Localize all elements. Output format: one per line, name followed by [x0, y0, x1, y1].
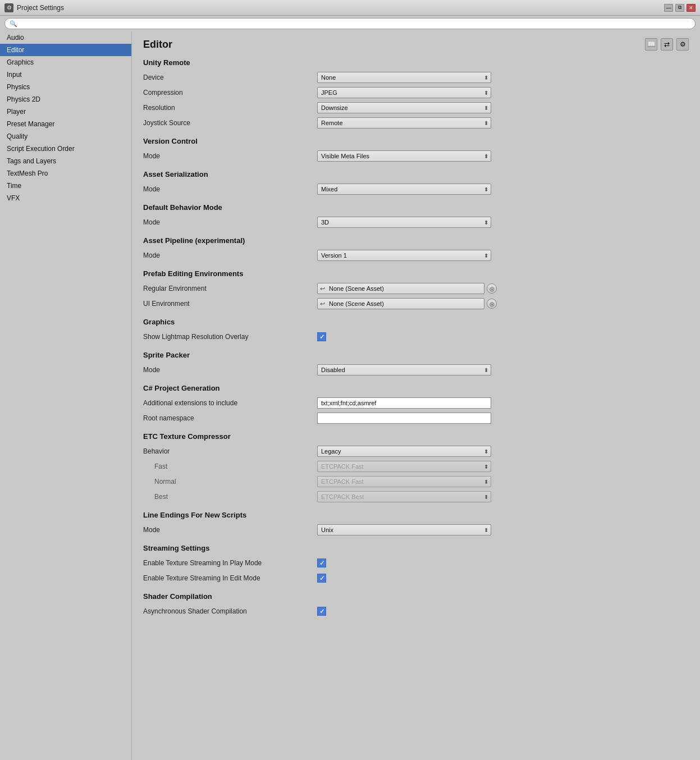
asset-serialization-mode-label: Mode — [143, 185, 317, 193]
ui-environment-pick-button[interactable]: ◎ — [487, 299, 497, 309]
restore-button[interactable]: ⧉ — [675, 4, 684, 12]
device-label: Device — [143, 74, 317, 81]
default-behavior-mode-select-container: 3D — [317, 217, 491, 228]
etc-fast-select[interactable]: ETCPACK Fast — [317, 461, 491, 472]
streaming-edit-mode-checkbox-wrapper — [317, 574, 326, 583]
header-icons: 📖 ⇄ ⚙ — [645, 38, 689, 51]
sidebar-item-graphics[interactable]: Graphics — [0, 56, 131, 68]
default-behavior-mode-label: Mode — [143, 218, 317, 226]
resolution-select[interactable]: Downsize — [317, 102, 491, 113]
search-input[interactable] — [20, 20, 690, 27]
default-behavior-mode-row: Mode 3D — [143, 216, 689, 228]
close-button[interactable]: ✕ — [687, 4, 696, 12]
sprite-packer-mode-select-container: Disabled — [317, 364, 491, 376]
etc-behavior-select[interactable]: Legacy — [317, 446, 491, 457]
namespace-label: Root namespace — [143, 414, 317, 422]
asset-pipeline-mode-select[interactable]: Version 1 — [317, 250, 491, 261]
etc-normal-select-container: ETCPACK Fast — [317, 476, 491, 487]
search-bar: 🔍 — [0, 16, 700, 31]
etc-best-label: Best — [143, 493, 317, 501]
extensions-input[interactable] — [317, 397, 491, 409]
layout-icon-button[interactable]: ⇄ — [661, 38, 673, 51]
asset-serialization-mode-row: Mode Mixed — [143, 183, 689, 195]
sidebar-item-audio[interactable]: Audio — [0, 31, 131, 44]
content-area: Editor 📖 ⇄ ⚙ Unity Remote Device None Co… — [132, 31, 700, 760]
prefab-editing-section-title: Prefab Editing Environments — [143, 269, 689, 278]
sidebar-item-time[interactable]: Time — [0, 180, 131, 192]
minimize-button[interactable]: — — [664, 4, 673, 12]
version-control-mode-select[interactable]: Visible Meta Files — [317, 150, 491, 162]
compression-select-container: JPEG — [317, 87, 491, 98]
compression-row: Compression JPEG — [143, 86, 689, 99]
sidebar: Audio Editor Graphics Input Physics Phys… — [0, 31, 132, 760]
etc-behavior-row: Behavior Legacy — [143, 445, 689, 457]
device-select-container: None — [317, 72, 491, 83]
regular-environment-pick-button[interactable]: ◎ — [487, 283, 497, 294]
ui-environment-select-container: None (Scene Asset) — [317, 298, 484, 309]
etc-best-select-container: ETCPACK Best — [317, 491, 491, 502]
sidebar-item-physics[interactable]: Physics — [0, 81, 131, 93]
line-endings-mode-select[interactable]: Unix — [317, 524, 491, 535]
sidebar-item-input[interactable]: Input — [0, 68, 131, 81]
streaming-edit-mode-checkbox[interactable] — [317, 574, 326, 583]
sidebar-item-vfx[interactable]: VFX — [0, 192, 131, 204]
ui-environment-select[interactable]: None (Scene Asset) — [317, 298, 484, 309]
default-behavior-mode-select[interactable]: 3D — [317, 217, 491, 228]
sidebar-item-script-execution-order[interactable]: Script Execution Order — [0, 143, 131, 155]
sidebar-item-preset-manager[interactable]: Preset Manager — [0, 118, 131, 130]
sidebar-item-textmesh-pro[interactable]: TextMesh Pro — [0, 167, 131, 180]
line-endings-mode-row: Mode Unix — [143, 524, 689, 536]
ui-environment-field: None (Scene Asset) ◎ — [317, 298, 497, 309]
etc-normal-row: Normal ETCPACK Fast — [143, 475, 689, 488]
etc-behavior-label: Behavior — [143, 447, 317, 455]
title-bar: ⚙ Project Settings — ⧉ ✕ — [0, 0, 700, 16]
regular-environment-field: None (Scene Asset) ◎ — [317, 283, 497, 294]
sidebar-item-quality[interactable]: Quality — [0, 130, 131, 143]
regular-environment-row: Regular Environment None (Scene Asset) ◎ — [143, 282, 689, 295]
search-wrapper: 🔍 — [4, 18, 696, 29]
ui-environment-row: UI Environment None (Scene Asset) ◎ — [143, 297, 689, 310]
joystick-select-container: Remote — [317, 117, 491, 129]
gear-icon-button[interactable]: ⚙ — [676, 38, 689, 51]
show-lightmap-checkbox[interactable] — [317, 332, 326, 341]
book-icon-button[interactable]: 📖 — [645, 38, 657, 51]
namespace-input[interactable] — [317, 413, 491, 424]
etc-normal-label: Normal — [143, 478, 317, 486]
etc-texture-section-title: ETC Texture Compressor — [143, 432, 689, 441]
etc-fast-label: Fast — [143, 463, 317, 470]
streaming-edit-mode-row: Enable Texture Streaming In Edit Mode — [143, 572, 689, 584]
sidebar-item-player[interactable]: Player — [0, 106, 131, 118]
extensions-row: Additional extensions to include — [143, 397, 689, 409]
etc-best-select[interactable]: ETCPACK Best — [317, 491, 491, 502]
resolution-select-container: Downsize — [317, 102, 491, 113]
async-shader-checkbox[interactable] — [317, 607, 326, 616]
sidebar-item-tags-and-layers[interactable]: Tags and Layers — [0, 155, 131, 167]
joystick-select[interactable]: Remote — [317, 117, 491, 129]
streaming-section-title: Streaming Settings — [143, 544, 689, 552]
version-control-section-title: Version Control — [143, 137, 689, 145]
device-select[interactable]: None — [317, 72, 491, 83]
regular-environment-select[interactable]: None (Scene Asset) — [317, 283, 484, 294]
asset-pipeline-mode-row: Mode Version 1 — [143, 249, 689, 262]
streaming-play-mode-row: Enable Texture Streaming In Play Mode — [143, 557, 689, 569]
content-header: Editor 📖 ⇄ ⚙ — [143, 38, 689, 51]
asset-pipeline-mode-label: Mode — [143, 251, 317, 259]
window-icon: ⚙ — [4, 3, 13, 12]
asset-serialization-mode-select[interactable]: Mixed — [317, 184, 491, 195]
line-endings-mode-label: Mode — [143, 526, 317, 534]
sprite-packer-mode-select[interactable]: Disabled — [317, 364, 491, 376]
compression-select[interactable]: JPEG — [317, 87, 491, 98]
sidebar-item-physics2d[interactable]: Physics 2D — [0, 93, 131, 106]
version-control-mode-select-container: Visible Meta Files — [317, 150, 491, 162]
etc-normal-select[interactable]: ETCPACK Fast — [317, 476, 491, 487]
sidebar-item-editor[interactable]: Editor — [0, 44, 131, 56]
namespace-row: Root namespace — [143, 412, 689, 424]
async-shader-label: Asynchronous Shader Compilation — [143, 607, 317, 615]
sprite-packer-mode-label: Mode — [143, 366, 317, 374]
streaming-play-mode-checkbox[interactable] — [317, 558, 326, 567]
compression-label: Compression — [143, 89, 317, 97]
joystick-label: Joystick Source — [143, 119, 317, 127]
show-lightmap-checkbox-wrapper — [317, 332, 326, 341]
line-endings-section-title: Line Endings For New Scripts — [143, 511, 689, 519]
etc-behavior-select-container: Legacy — [317, 446, 491, 457]
